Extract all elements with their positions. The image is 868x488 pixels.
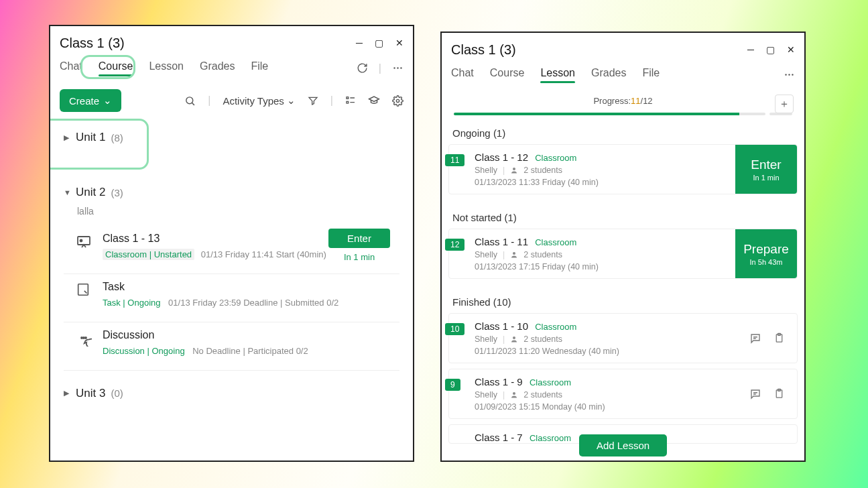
tab-file[interactable]: File bbox=[642, 67, 660, 83]
tab-chat[interactable]: Chat bbox=[60, 60, 82, 76]
lesson-time: 01/09/2023 15:15 Monday (40 min) bbox=[475, 402, 744, 412]
activity-title: Task bbox=[103, 281, 399, 293]
window-title: Class 1 (3) bbox=[451, 42, 516, 58]
svg-point-1 bbox=[397, 67, 398, 68]
close-icon[interactable]: ✕ bbox=[787, 44, 795, 55]
tabs: Chat Course Lesson Grades File bbox=[451, 67, 660, 83]
lesson-card[interactable]: 10 Class 1 - 10 Classroom Shelly | 2 stu… bbox=[448, 313, 798, 363]
chevron-down-icon: ⌄ bbox=[103, 95, 112, 107]
tab-course[interactable]: Course bbox=[490, 67, 525, 83]
presentation-icon bbox=[76, 234, 93, 251]
gear-icon[interactable] bbox=[392, 95, 404, 107]
window-title: Class 1 (3) bbox=[60, 36, 125, 51]
more-icon[interactable] bbox=[392, 62, 404, 74]
lesson-name: Class 1 - 11 bbox=[475, 236, 528, 247]
tab-lesson[interactable]: Lesson bbox=[540, 67, 575, 83]
lesson-name: Class 1 - 9 bbox=[475, 376, 523, 387]
prepare-button[interactable]: Prepare In 5h 43m bbox=[735, 229, 797, 278]
activity-title: Discussion bbox=[103, 329, 399, 341]
lesson-students: 2 students bbox=[523, 390, 562, 400]
minimize-icon[interactable]: ─ bbox=[747, 44, 754, 55]
tab-grades[interactable]: Grades bbox=[200, 60, 235, 76]
unit-head-3[interactable]: ▶ Unit 3 (0) bbox=[64, 371, 399, 407]
separator: | bbox=[330, 95, 333, 107]
separator: | bbox=[503, 334, 505, 344]
tabbar: Chat Course Lesson Grades File bbox=[442, 60, 804, 86]
search-icon[interactable] bbox=[184, 95, 196, 107]
caret-right-icon: ▶ bbox=[64, 133, 70, 142]
list-layout-icon[interactable] bbox=[345, 95, 356, 106]
lesson-time: 01/11/2023 11:20 Wednesday (40 min) bbox=[475, 347, 744, 356]
lesson-sub: Shelly | 2 students bbox=[475, 334, 744, 344]
lessons-scroll[interactable]: Ongoing (1) 11 Class 1 - 12 Classroom Sh… bbox=[442, 115, 804, 461]
unit-head-1[interactable]: ▶ Unit 1 (8) bbox=[64, 116, 399, 151]
lesson-title: Class 1 - 11 Classroom bbox=[475, 236, 730, 247]
maximize-icon[interactable]: ▢ bbox=[766, 44, 775, 55]
tab-actions: | bbox=[357, 62, 404, 74]
activity-task[interactable]: Task Task | Ongoing 01/13 Friday 23:59 D… bbox=[64, 274, 399, 322]
enter-button[interactable]: Enter In 1 min bbox=[735, 145, 797, 194]
unit-head-2[interactable]: ▼ Unit 2 (3) bbox=[64, 151, 399, 206]
create-button[interactable]: Create ⌄ bbox=[60, 89, 121, 112]
activity-detail: No Deadline | Participated 0/2 bbox=[192, 346, 308, 356]
graduation-icon[interactable] bbox=[368, 95, 380, 107]
add-lesson-button[interactable]: Add Lesson bbox=[579, 434, 667, 456]
toolbar-icons: | Activity Types ⌄ | bbox=[184, 95, 404, 107]
svg-point-13 bbox=[785, 74, 786, 75]
separator: | bbox=[379, 62, 381, 74]
tab-lesson[interactable]: Lesson bbox=[149, 60, 184, 76]
activity-types-dropdown[interactable]: Activity Types ⌄ bbox=[223, 95, 295, 107]
task-icon bbox=[76, 282, 93, 300]
separator: | bbox=[503, 390, 505, 400]
progress-current: 11 bbox=[631, 96, 640, 106]
room-tag: Classroom bbox=[535, 153, 576, 163]
unit-name: Unit 1 bbox=[76, 131, 105, 144]
enter-button[interactable]: Enter bbox=[328, 229, 390, 248]
lesson-sub: Shelly | 2 students bbox=[475, 166, 730, 175]
add-icon[interactable]: ＋ bbox=[775, 95, 794, 113]
svg-point-15 bbox=[792, 74, 793, 75]
tab-course[interactable]: Course bbox=[99, 60, 133, 76]
lesson-title: Class 1 - 9 Classroom bbox=[475, 376, 744, 387]
lesson-title: Class 1 - 12 Classroom bbox=[475, 151, 730, 163]
progress-label: Progress:11/12 bbox=[593, 96, 652, 106]
chat-icon[interactable] bbox=[749, 332, 761, 345]
chat-icon[interactable] bbox=[749, 388, 761, 400]
tab-grades[interactable]: Grades bbox=[591, 67, 626, 83]
svg-point-0 bbox=[393, 67, 395, 68]
lesson-name: Class 1 - 7 bbox=[475, 432, 523, 443]
clipboard-icon[interactable] bbox=[773, 388, 785, 400]
activity-countdown: In 1 min bbox=[319, 252, 399, 262]
lesson-number-badge: 11 bbox=[445, 154, 464, 166]
close-icon[interactable]: ✕ bbox=[395, 38, 404, 48]
unit-count: (0) bbox=[111, 387, 123, 399]
svg-point-11 bbox=[83, 337, 84, 339]
progress-prefix: Progress: bbox=[593, 96, 631, 106]
section-ongoing-head: Ongoing (1) bbox=[442, 115, 804, 144]
separator: | bbox=[503, 166, 505, 175]
maximize-icon[interactable]: ▢ bbox=[375, 38, 383, 48]
more-icon[interactable] bbox=[784, 69, 795, 80]
unit-list: ▶ Unit 1 (8) ▼ Unit 2 (3) lalla Class 1 … bbox=[50, 116, 413, 461]
tab-chat[interactable]: Chat bbox=[451, 67, 474, 83]
clipboard-icon[interactable] bbox=[773, 332, 785, 344]
lesson-main: Class 1 - 9 Classroom Shelly | 2 student… bbox=[449, 369, 749, 418]
cta-sub: In 5h 43m bbox=[750, 258, 783, 266]
chevron-down-icon: ⌄ bbox=[287, 95, 296, 107]
lesson-teacher: Shelly bbox=[475, 166, 497, 175]
lesson-card[interactable]: 12 Class 1 - 11 Classroom Shelly | 2 stu… bbox=[448, 229, 798, 279]
activity-types-label: Activity Types bbox=[223, 95, 284, 107]
minimize-icon[interactable]: ─ bbox=[356, 38, 363, 48]
activity-status: Discussion | Ongoing bbox=[103, 346, 185, 356]
refresh-icon[interactable] bbox=[357, 62, 368, 74]
activity-status: Task | Ongoing bbox=[103, 298, 160, 308]
lesson-card[interactable]: 11 Class 1 - 12 Classroom Shelly | 2 stu… bbox=[448, 144, 798, 194]
tab-file[interactable]: File bbox=[251, 60, 268, 76]
activity-classroom[interactable]: Class 1 - 13 Classroom | Unstarted 01/13… bbox=[64, 226, 399, 274]
lesson-card[interactable]: 9 Class 1 - 9 Classroom Shelly | 2 stude… bbox=[448, 369, 798, 419]
lesson-sub: Shelly | 2 students bbox=[475, 250, 730, 259]
room-tag: Classroom bbox=[535, 322, 576, 332]
lesson-number-badge: 12 bbox=[445, 239, 464, 251]
activity-discussion[interactable]: Discussion Discussion | Ongoing No Deadl… bbox=[64, 322, 399, 371]
filter-icon[interactable] bbox=[308, 95, 318, 106]
